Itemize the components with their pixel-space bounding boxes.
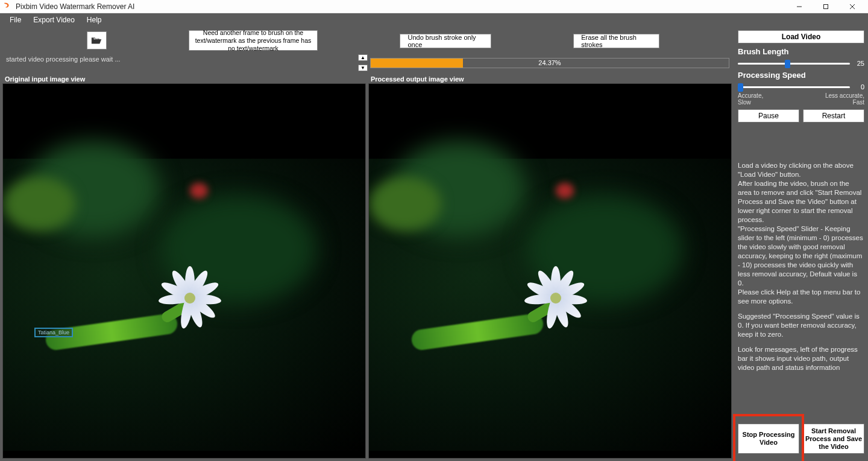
processing-speed-slider[interactable] — [738, 86, 850, 88]
pause-button[interactable]: Pause — [738, 109, 799, 122]
log-scroll-down-button[interactable]: ▼ — [358, 65, 368, 71]
input-view-title: Original input image view — [2, 75, 366, 83]
start-removal-button[interactable]: Start Removal Process and Save the Video — [803, 424, 864, 454]
load-video-button[interactable]: Load Video — [738, 30, 864, 43]
input-image-view[interactable]: Tatiana_Blue — [2, 83, 366, 459]
speed-label-left: Accurate, Slow — [738, 92, 763, 106]
titlebar: Pixbim Video Watermark Remover AI — [0, 0, 868, 13]
processing-speed-label: Processing Speed — [738, 71, 864, 80]
speed-label-right: Less accurate, Fast — [825, 92, 864, 106]
window-maximize-button[interactable] — [813, 0, 839, 13]
menu-help[interactable]: Help — [81, 14, 108, 25]
watermark-overlay: Tatiana_Blue — [34, 328, 73, 337]
brush-length-slider[interactable] — [738, 63, 850, 65]
progress-bar: 24.37% — [370, 58, 729, 68]
output-image-view — [368, 83, 732, 459]
processing-speed-value: 0 — [854, 83, 864, 91]
folder-open-icon — [91, 36, 102, 45]
brush-length-label: Brush Length — [738, 47, 864, 56]
log-scroll-up-button[interactable]: ▲ — [358, 54, 368, 61]
need-another-frame-button[interactable]: Need another frame to brush on the text/… — [189, 30, 318, 51]
app-title: Pixbim Video Watermark Remover AI — [16, 2, 786, 11]
restart-button[interactable]: Restart — [803, 109, 864, 122]
undo-brush-button[interactable]: Undo brush stroke only once — [400, 34, 491, 48]
erase-all-brush-button[interactable]: Erase all the brush strokes — [573, 34, 659, 48]
window-close-button[interactable] — [839, 0, 866, 13]
instructions-text: Load a video by clicking on the above "L… — [738, 161, 864, 378]
app-logo-icon — [2, 2, 12, 11]
progress-text: 24.37% — [371, 59, 729, 66]
menubar: File Export Video Help — [0, 13, 868, 27]
menu-export-video[interactable]: Export Video — [27, 14, 81, 25]
brush-length-thumb[interactable] — [785, 60, 790, 68]
svg-rect-1 — [824, 4, 828, 8]
output-view-title: Processed output image view — [368, 75, 732, 83]
stop-processing-button[interactable]: Stop Processing Video — [738, 424, 799, 454]
brush-length-value: 25 — [854, 60, 864, 67]
status-log: started video processing please wait ... — [2, 53, 358, 72]
open-file-button[interactable] — [87, 31, 107, 49]
window-minimize-button[interactable] — [786, 0, 813, 13]
processing-speed-thumb[interactable] — [738, 83, 743, 92]
menu-file[interactable]: File — [4, 14, 27, 25]
log-scroll-spinner: ▲ ▼ — [358, 53, 368, 72]
